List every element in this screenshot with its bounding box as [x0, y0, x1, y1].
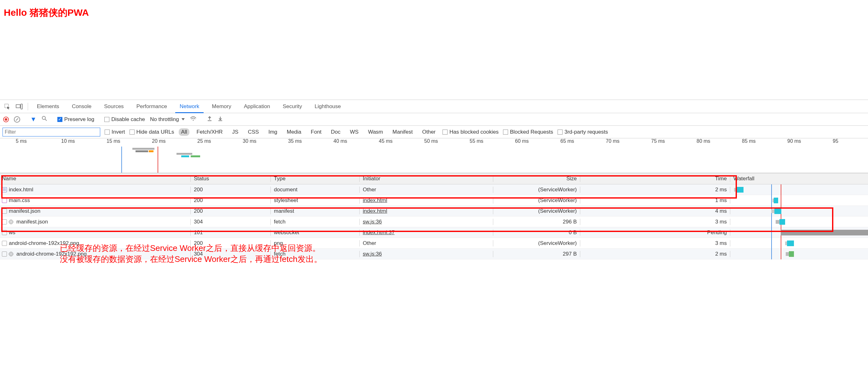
- table-row[interactable]: main.css 200 stylesheet index.html (Serv…: [0, 195, 868, 206]
- timeline-tick: 80 ms: [696, 138, 710, 144]
- timeline-tick: 60 ms: [515, 138, 529, 144]
- request-initiator[interactable]: index.html: [363, 197, 387, 203]
- page-title: Hello 猪猪侠的PWA: [4, 6, 864, 19]
- filter-chip-doc[interactable]: Doc: [329, 128, 343, 136]
- annotation-text-2: 没有被缓存的数据资源，在经过Service Worker之后，再通过fetch发…: [60, 254, 322, 259]
- gear-icon: [9, 252, 13, 256]
- search-icon[interactable]: [41, 116, 47, 123]
- table-row[interactable]: manifest.json 200 manifest index.html (S…: [0, 206, 868, 217]
- svg-point-5: [193, 120, 193, 121]
- filter-chip-css[interactable]: CSS: [245, 128, 261, 136]
- waterfall-cell: [730, 195, 868, 205]
- request-initiator[interactable]: index.html: [363, 208, 387, 214]
- waterfall-cell: [730, 184, 868, 195]
- timeline-tick: 85 ms: [742, 138, 756, 144]
- column-type[interactable]: Type: [271, 176, 360, 182]
- filter-chip-img[interactable]: Img: [266, 128, 280, 136]
- request-size: (ServiceWorker): [493, 197, 580, 203]
- hide-data-urls-checkbox[interactable]: Hide data URLs: [129, 129, 174, 135]
- timeline-tick: 5 ms: [16, 138, 27, 144]
- filter-input[interactable]: [2, 128, 100, 136]
- download-har-icon[interactable]: [217, 116, 223, 123]
- timeline-tick: 35 ms: [288, 138, 302, 144]
- filter-chip-manifest[interactable]: Manifest: [390, 128, 415, 136]
- tab-lighthouse[interactable]: Lighthouse: [310, 100, 345, 113]
- request-status: 200: [191, 197, 271, 203]
- column-time[interactable]: Time: [580, 176, 730, 182]
- annotation-text-1: 已经缓存的资源，在经过Service Worker之后，直接从缓存中返回资源。: [60, 243, 320, 254]
- filter-chip-all[interactable]: All: [179, 128, 190, 136]
- waterfall-cell: [730, 238, 868, 248]
- tab-sources[interactable]: Sources: [100, 100, 128, 113]
- tab-memory[interactable]: Memory: [207, 100, 236, 113]
- invert-checkbox[interactable]: Invert: [105, 129, 125, 135]
- request-initiator: Other: [363, 187, 376, 193]
- request-initiator[interactable]: sw.js:36: [363, 251, 382, 257]
- table-row[interactable]: manifest.json 304 fetch sw.js:36 296 B 3…: [0, 217, 868, 227]
- tab-console[interactable]: Console: [67, 100, 96, 113]
- request-initiator: Other: [363, 240, 376, 246]
- file-icon: [2, 241, 7, 246]
- filter-chip-wasm[interactable]: Wasm: [366, 128, 386, 136]
- request-name: index.html: [9, 187, 33, 193]
- request-initiator[interactable]: sw.js:36: [363, 219, 382, 225]
- column-status[interactable]: Status: [191, 176, 271, 182]
- tab-performance[interactable]: Performance: [132, 100, 172, 113]
- request-initiator[interactable]: index.html:37: [363, 229, 395, 235]
- filter-chip-font[interactable]: Font: [308, 128, 324, 136]
- disable-cache-checkbox[interactable]: Disable cache: [104, 116, 145, 123]
- throttling-select[interactable]: No throttling: [150, 116, 185, 123]
- request-size: 296 B: [493, 219, 580, 225]
- timeline-tick: 10 ms: [61, 138, 75, 144]
- page-content: Hello 猪猪侠的PWA: [0, 0, 868, 26]
- request-size: (ServiceWorker): [493, 187, 580, 193]
- inspect-icon[interactable]: [3, 102, 11, 110]
- column-name[interactable]: Name: [0, 176, 191, 182]
- tab-security[interactable]: Security: [278, 100, 306, 113]
- request-type: manifest: [271, 208, 360, 214]
- clear-button[interactable]: [14, 116, 20, 123]
- preserve-log-checkbox[interactable]: Preserve log: [57, 116, 94, 123]
- filter-chip-ws[interactable]: WS: [347, 128, 361, 136]
- column-size[interactable]: Size: [493, 176, 580, 182]
- request-name: main.css: [9, 197, 30, 203]
- timeline-tick: 95: [833, 138, 838, 144]
- request-status: 304: [191, 219, 271, 225]
- request-status: 200: [191, 187, 271, 193]
- record-button[interactable]: [3, 117, 9, 122]
- timeline-tick: 65 ms: [560, 138, 574, 144]
- filter-chip-fetch-xhr[interactable]: Fetch/XHR: [194, 128, 225, 136]
- request-size: 0 B: [493, 229, 580, 236]
- table-row[interactable]: index.html 200 document Other (ServiceWo…: [0, 184, 868, 195]
- timeline-tick: 20 ms: [152, 138, 166, 144]
- column-waterfall[interactable]: Waterfall: [730, 176, 868, 182]
- filter-toggle-icon[interactable]: ▼: [30, 116, 37, 123]
- network-conditions-icon[interactable]: [190, 116, 197, 123]
- waterfall-cell: [730, 217, 868, 227]
- device-toggle-icon[interactable]: [15, 102, 23, 110]
- gear-icon: [9, 220, 13, 224]
- file-icon: [2, 230, 7, 235]
- has-blocked-cookies-checkbox[interactable]: Has blocked cookies: [442, 129, 499, 135]
- filter-chip-other[interactable]: Other: [420, 128, 438, 136]
- timeline-tick: 45 ms: [379, 138, 393, 144]
- tab-network[interactable]: Network: [175, 100, 204, 113]
- request-name: ws: [9, 229, 16, 236]
- column-initiator[interactable]: Initiator: [360, 176, 493, 182]
- request-time: 2 ms: [580, 251, 730, 257]
- blocked-requests-checkbox[interactable]: Blocked Requests: [503, 129, 553, 135]
- third-party-checkbox[interactable]: 3rd-party requests: [558, 129, 608, 135]
- filter-chip-media[interactable]: Media: [284, 128, 304, 136]
- tab-application[interactable]: Application: [240, 100, 275, 113]
- timeline-tick: 50 ms: [424, 138, 438, 144]
- timeline-overview[interactable]: 5 ms10 ms15 ms20 ms25 ms30 ms35 ms40 ms4…: [0, 138, 868, 173]
- tab-elements[interactable]: Elements: [32, 100, 64, 113]
- request-type: fetch: [271, 219, 360, 225]
- file-icon: [2, 187, 7, 192]
- table-row[interactable]: ws 101 websocket index.html:37 0 B Pendi…: [0, 227, 868, 238]
- upload-har-icon[interactable]: [207, 116, 212, 123]
- request-time: 3 ms: [580, 240, 730, 247]
- network-toolbar: ▼ Preserve log Disable cache No throttli…: [0, 113, 868, 126]
- filter-bar: Invert Hide data URLs All Fetch/XHR JS C…: [0, 126, 868, 138]
- filter-chip-js[interactable]: JS: [230, 128, 241, 136]
